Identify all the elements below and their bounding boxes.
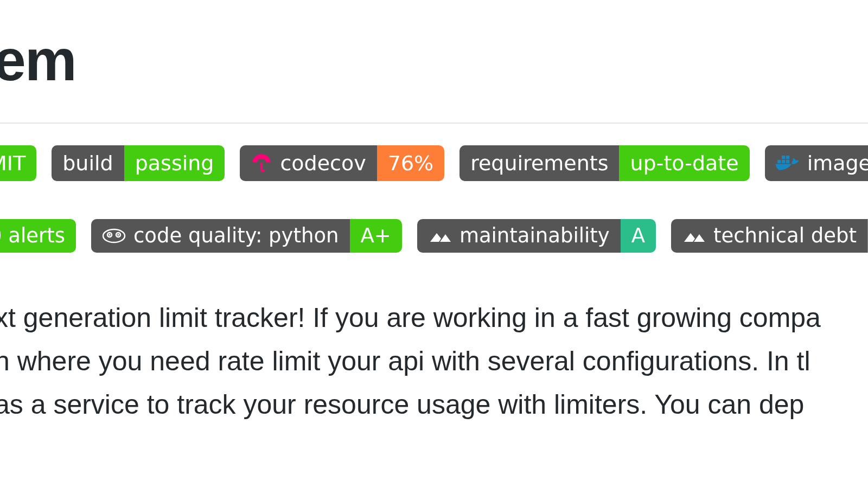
- badge-label: codecov: [240, 145, 376, 181]
- badge-value: 76%: [377, 145, 444, 181]
- svg-point-8: [108, 234, 111, 236]
- heading-divider: [0, 123, 868, 124]
- badge-label: technical debt: [671, 219, 867, 253]
- badge-label: build: [52, 145, 124, 181]
- badge-label-text: image size: [807, 145, 868, 181]
- badge-code-quality[interactable]: code quality: python A+: [91, 219, 402, 253]
- svg-rect-4: [786, 156, 789, 159]
- badge-label-text: maintainability: [459, 219, 610, 253]
- svg-rect-3: [782, 156, 785, 159]
- badge-label-text: codecov: [280, 145, 366, 181]
- codeclimate-mountains-icon: [682, 228, 706, 244]
- badge-build[interactable]: build passing: [52, 145, 225, 181]
- docker-whale-icon: [776, 152, 800, 174]
- svg-rect-0: [777, 160, 781, 163]
- lgtm-face-icon: [102, 228, 126, 244]
- badge-label-text: technical debt: [713, 219, 857, 253]
- badge-value: up-to-date: [619, 145, 749, 181]
- badge-license[interactable]: MIT: [0, 145, 36, 181]
- badge-value: passing: [124, 145, 225, 181]
- badge-technical-debt[interactable]: technical debt 0: [671, 219, 868, 253]
- badge-row-2: 0 alerts code quality: python A+ maintai…: [0, 219, 868, 253]
- badge-value: MIT: [0, 145, 36, 181]
- svg-rect-1: [782, 160, 785, 163]
- svg-point-5: [103, 229, 125, 242]
- badge-value: 0 alerts: [0, 219, 76, 253]
- badge-label: maintainability: [417, 219, 621, 253]
- svg-point-9: [117, 234, 119, 236]
- description-line-1: xt generation limit tracker! If you are …: [0, 296, 868, 339]
- badge-codecov[interactable]: codecov 76%: [240, 145, 444, 181]
- badge-value: A: [621, 219, 656, 253]
- badge-row-1: MIT build passing codecov 76% requiremen…: [0, 145, 868, 181]
- codeclimate-mountains-icon: [428, 228, 452, 244]
- badge-label: requirements: [459, 145, 619, 181]
- badge-alerts[interactable]: 0 alerts: [0, 219, 76, 253]
- badge-label: image size: [765, 145, 868, 181]
- page-title: o'em: [0, 26, 76, 94]
- description-line-2: n where you need rate limit your api wit…: [0, 339, 868, 383]
- badge-value: A+: [350, 219, 402, 253]
- readme-description: xt generation limit tracker! If you are …: [0, 296, 868, 426]
- badge-maintainability[interactable]: maintainability A: [417, 219, 656, 253]
- svg-rect-2: [786, 160, 789, 163]
- badge-label: code quality: python: [91, 219, 350, 253]
- badge-requirements[interactable]: requirements up-to-date: [459, 145, 749, 181]
- badge-image-size[interactable]: image size 7: [765, 145, 868, 181]
- codecov-umbrella-icon: [251, 152, 272, 174]
- badge-label-text: code quality: python: [133, 219, 339, 253]
- description-line-3: as a service to track your resource usag…: [0, 383, 868, 426]
